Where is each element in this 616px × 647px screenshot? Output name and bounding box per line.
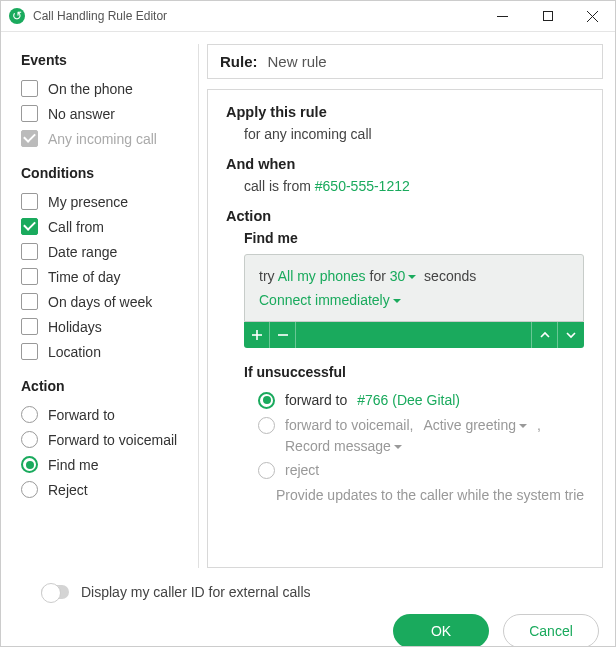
action-find-me[interactable]: Find me xyxy=(21,452,190,477)
event-no-answer[interactable]: No answer xyxy=(21,101,190,126)
condition-my-presence[interactable]: My presence xyxy=(21,189,190,214)
option-label: My presence xyxy=(48,194,128,210)
when-heading: And when xyxy=(226,156,584,172)
remove-step-button[interactable] xyxy=(270,322,296,348)
when-text: call is from #650-555-1212 xyxy=(226,178,584,194)
toggle-switch[interactable] xyxy=(41,585,69,599)
try-word: try xyxy=(259,268,275,284)
unsuccessful-heading: If unsuccessful xyxy=(244,364,584,380)
option-label: Any incoming call xyxy=(48,131,157,147)
truncated-option: Provide updates to the caller while the … xyxy=(244,487,584,503)
condition-time-of-day[interactable]: Time of day xyxy=(21,264,190,289)
event-any-incoming-call: Any incoming call xyxy=(21,126,190,151)
window-title: Call Handling Rule Editor xyxy=(33,9,167,23)
cancel-button[interactable]: Cancel xyxy=(503,614,599,647)
find-me-heading: Find me xyxy=(226,230,584,246)
option-label: On the phone xyxy=(48,81,133,97)
titlebar: Call Handling Rule Editor xyxy=(1,1,615,32)
unsuccessful-reject[interactable]: reject xyxy=(244,458,584,483)
option-label: Time of day xyxy=(48,269,121,285)
add-step-button[interactable] xyxy=(244,322,270,348)
if-unsuccessful-section: If unsuccessful forward to #766 (Dee Git… xyxy=(244,364,584,503)
checkbox-icon xyxy=(21,130,38,147)
option-label: Location xyxy=(48,344,101,360)
condition-days-of-week[interactable]: On days of week xyxy=(21,289,190,314)
action-heading: Action xyxy=(21,378,190,394)
footer: Display my caller ID for external calls … xyxy=(1,568,615,647)
radio-icon xyxy=(21,456,38,473)
checkbox-icon xyxy=(21,243,38,260)
svg-rect-1 xyxy=(543,12,552,21)
option-label: Holidays xyxy=(48,319,102,335)
greeting-dropdown[interactable]: Active greeting xyxy=(423,417,527,433)
forward-to-target-link[interactable]: #766 (Dee Gital) xyxy=(357,392,460,408)
radio-icon xyxy=(21,406,38,423)
close-button[interactable] xyxy=(570,1,615,31)
radio-icon xyxy=(258,462,275,479)
unsuccessful-forward-voicemail-line2: Record message xyxy=(244,438,584,458)
for-word: for xyxy=(370,268,386,284)
forward-vm-label: forward to voicemail, xyxy=(285,417,413,433)
unsuccessful-forward-voicemail[interactable]: forward to voicemail, Active greeting, xyxy=(244,413,584,438)
caller-id-toggle-row[interactable]: Display my caller ID for external calls xyxy=(17,576,599,614)
move-down-button[interactable] xyxy=(558,322,584,348)
radio-icon xyxy=(258,417,275,434)
dialog-buttons: OK Cancel xyxy=(17,614,599,647)
action-forward-to[interactable]: Forward to xyxy=(21,402,190,427)
reject-label: reject xyxy=(285,462,319,478)
ok-button[interactable]: OK xyxy=(393,614,489,647)
seconds-dropdown[interactable]: 30 xyxy=(390,268,417,284)
seconds-word: seconds xyxy=(424,268,476,284)
unsuccessful-forward-to[interactable]: forward to #766 (Dee Gital) xyxy=(244,388,584,413)
conditions-heading: Conditions xyxy=(21,165,190,181)
checkbox-icon xyxy=(21,218,38,235)
option-label: Date range xyxy=(48,244,117,260)
condition-location[interactable]: Location xyxy=(21,339,190,364)
checkbox-icon xyxy=(21,318,38,335)
rule-name-field[interactable]: Rule: New rule xyxy=(207,44,603,79)
option-label: Forward to voicemail xyxy=(48,432,177,448)
radio-icon xyxy=(21,481,38,498)
maximize-button[interactable] xyxy=(525,1,570,31)
toggle-label: Display my caller ID for external calls xyxy=(81,584,311,600)
connect-dropdown[interactable]: Connect immediately xyxy=(259,292,401,308)
radio-icon xyxy=(21,431,38,448)
option-label: Find me xyxy=(48,457,99,473)
radio-icon xyxy=(258,392,275,409)
event-on-the-phone[interactable]: On the phone xyxy=(21,76,190,101)
apply-text: for any incoming call xyxy=(226,126,584,142)
rule-body: Apply this rule for any incoming call An… xyxy=(207,89,603,568)
checkbox-icon xyxy=(21,268,38,285)
toolbar-spacer xyxy=(296,322,532,348)
condition-call-from[interactable]: Call from xyxy=(21,214,190,239)
option-label: Forward to xyxy=(48,407,115,423)
find-me-toolbar xyxy=(244,322,584,348)
action-reject[interactable]: Reject xyxy=(21,477,190,502)
rule-name-label: Rule: xyxy=(220,53,258,70)
forward-to-label: forward to xyxy=(285,392,347,408)
phones-dropdown[interactable]: All my phones xyxy=(278,268,366,284)
minimize-button[interactable] xyxy=(480,1,525,31)
when-prefix: call is from xyxy=(244,178,315,194)
checkbox-icon xyxy=(21,343,38,360)
rule-panel: Rule: New rule Apply this rule for any i… xyxy=(207,44,603,568)
record-dropdown[interactable]: Record message xyxy=(285,438,402,454)
condition-holidays[interactable]: Holidays xyxy=(21,314,190,339)
action-forward-to-voicemail[interactable]: Forward to voicemail xyxy=(21,427,190,452)
option-label: Reject xyxy=(48,482,88,498)
option-label: No answer xyxy=(48,106,115,122)
when-number-link[interactable]: #650-555-1212 xyxy=(315,178,410,194)
apply-heading: Apply this rule xyxy=(226,104,584,120)
action-section-heading: Action xyxy=(226,208,584,224)
app-icon xyxy=(9,8,25,24)
sidebar: Events On the phone No answer Any incomi… xyxy=(1,44,199,568)
checkbox-icon xyxy=(21,105,38,122)
window-controls xyxy=(480,1,615,31)
condition-date-range[interactable]: Date range xyxy=(21,239,190,264)
checkbox-icon xyxy=(21,80,38,97)
move-up-button[interactable] xyxy=(532,322,558,348)
rule-name-value: New rule xyxy=(268,53,327,70)
option-label: On days of week xyxy=(48,294,152,310)
events-heading: Events xyxy=(21,52,190,68)
find-me-step-card: try All my phones for 30 seconds Connect… xyxy=(244,254,584,322)
